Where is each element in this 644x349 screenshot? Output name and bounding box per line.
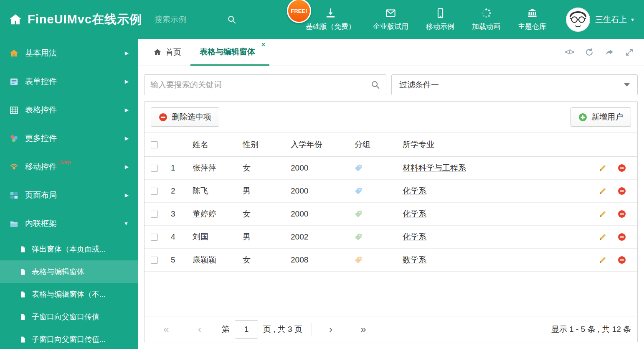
sidebar-item-more-controls[interactable]: 更多控件 ▶ xyxy=(0,124,138,153)
chevron-right-icon: ▶ xyxy=(125,107,129,113)
delete-selected-button[interactable]: 删除选中项 xyxy=(151,107,219,127)
edit-icon[interactable] xyxy=(598,256,607,264)
sidebar-item-inline-frame[interactable]: 内联框架 ▼ xyxy=(0,209,138,238)
select-all-checkbox[interactable] xyxy=(151,141,158,148)
header-search-input[interactable] xyxy=(155,15,221,24)
nav-item-label: 基础版（免费） xyxy=(306,22,355,31)
chevron-right-icon: ▶ xyxy=(125,192,129,198)
tab-grid-edit-window[interactable]: 表格与编辑窗体 × xyxy=(190,39,269,66)
sidebar-item-grid-controls[interactable]: 表格控件 ▶ xyxy=(0,96,138,124)
tag-icon xyxy=(355,256,403,264)
major-link[interactable]: 化学系 xyxy=(403,186,587,196)
filter-row: 过滤条件一 xyxy=(144,74,638,95)
chevron-down-icon: ▼ xyxy=(630,17,635,22)
corp-badge: Corp xyxy=(59,159,71,166)
keyword-search-box xyxy=(144,74,386,95)
delete-icon[interactable] xyxy=(618,256,626,264)
cell-year: 2000 xyxy=(291,163,355,173)
sidebar-subitem-child-to-parent-2[interactable]: 子窗口向父窗口传值... xyxy=(0,328,138,349)
sidebar-subitem-popup-window[interactable]: 弹出窗体（本页面或... xyxy=(0,238,138,260)
delete-selected-label: 删除选中项 xyxy=(172,112,211,122)
delete-icon[interactable] xyxy=(618,187,626,195)
delete-icon[interactable] xyxy=(618,210,626,218)
cell-year: 2002 xyxy=(291,232,355,242)
row-number: 5 xyxy=(171,255,193,265)
sidebar-subitem-grid-edit-window-alt[interactable]: 表格与编辑窗体（不... xyxy=(0,283,138,306)
row-number: 2 xyxy=(171,186,193,196)
first-page-button[interactable]: « xyxy=(157,324,176,335)
delete-icon[interactable] xyxy=(618,233,626,241)
next-page-button[interactable]: › xyxy=(321,324,340,335)
major-link[interactable]: 数学系 xyxy=(403,255,587,265)
keyword-search-input[interactable] xyxy=(150,80,371,89)
column-name: 姓名 xyxy=(193,139,243,150)
nav-item-theme-store[interactable]: 主题仓库 xyxy=(509,8,555,31)
major-link[interactable]: 化学系 xyxy=(403,209,587,219)
refresh-icon[interactable] xyxy=(585,48,594,57)
row-checkbox[interactable] xyxy=(151,257,158,264)
cell-gender: 男 xyxy=(243,232,291,242)
cell-year: 2008 xyxy=(291,255,355,265)
sidebar-item-basic-usage[interactable]: 基本用法 ▶ xyxy=(0,39,138,67)
edit-icon[interactable] xyxy=(598,210,607,218)
row-checkbox[interactable] xyxy=(151,188,158,195)
filter-dropdown[interactable]: 过滤条件一 xyxy=(391,74,638,95)
sidebar-subitem-label: 表格与编辑窗体（不... xyxy=(32,289,106,299)
edit-icon[interactable] xyxy=(598,187,607,195)
major-link[interactable]: 材料科学与工程系 xyxy=(403,163,587,173)
tab-label: 表格与编辑窗体 xyxy=(200,46,255,57)
add-user-button[interactable]: 新增用户 xyxy=(570,107,631,127)
last-page-button[interactable]: » xyxy=(354,324,373,335)
major-link[interactable]: 化学系 xyxy=(403,232,587,242)
share-icon[interactable] xyxy=(605,48,614,57)
source-code-icon[interactable]: </> xyxy=(565,48,574,56)
sidebar-subitem-grid-edit-window[interactable]: 表格与编辑窗体 xyxy=(0,260,138,283)
chevron-down-icon xyxy=(624,83,630,87)
tag-icon xyxy=(355,233,403,241)
row-checkbox[interactable] xyxy=(151,165,158,172)
user-menu[interactable]: 三生石上 ▼ xyxy=(566,8,635,32)
page-number-input[interactable] xyxy=(235,320,258,339)
grid-toolbar: 删除选中项 新增用户 xyxy=(145,102,637,132)
tag-icon xyxy=(355,187,403,195)
column-year: 入学年份 xyxy=(291,139,355,150)
username: 三生石上 xyxy=(595,14,627,25)
grid-panel: 删除选中项 新增用户 姓名 性别 入学年份 分组 xyxy=(144,101,638,342)
fullscreen-icon[interactable] xyxy=(625,48,634,57)
widgets-icon xyxy=(9,134,19,143)
sidebar-subitem-child-to-parent[interactable]: 子窗口向父窗口传值 xyxy=(0,306,138,328)
chevron-right-icon: ▶ xyxy=(125,135,129,141)
file-icon xyxy=(19,336,26,343)
avatar xyxy=(566,8,590,32)
home-logo-icon[interactable] xyxy=(8,13,23,27)
app-title: FineUIMvc在线示例 xyxy=(28,11,142,28)
edit-icon[interactable] xyxy=(598,164,607,172)
nav-item-loading-animation[interactable]: 加载动画 xyxy=(463,8,509,31)
row-checkbox[interactable] xyxy=(151,234,158,241)
header-nav: 基础版（免费） 企业版试用 移动示例 加载动画 主题仓库 xyxy=(297,8,555,31)
nav-item-mobile-demo[interactable]: 移动示例 xyxy=(417,8,463,31)
main-area: 首页 表格与编辑窗体 × </> xyxy=(138,39,644,349)
edit-icon[interactable] xyxy=(598,233,607,241)
chevron-right-icon: ▶ xyxy=(125,79,129,84)
nav-item-label: 加载动画 xyxy=(472,22,500,31)
search-icon[interactable] xyxy=(371,80,380,89)
prev-page-button[interactable]: ‹ xyxy=(190,324,209,335)
sidebar-item-label: 表单控件 xyxy=(25,76,57,87)
sidebar-item-mobile-controls[interactable]: 移动控件 Corp ▶ xyxy=(0,153,138,181)
tab-home[interactable]: 首页 xyxy=(144,39,190,66)
close-icon[interactable]: × xyxy=(261,41,265,48)
sidebar-item-label: 表格控件 xyxy=(25,104,57,115)
nav-item-enterprise-trial[interactable]: 企业版试用 xyxy=(364,8,417,31)
row-checkbox[interactable] xyxy=(151,211,158,218)
record-summary: 显示 1 - 5 条 , 共 12 条 xyxy=(551,324,631,335)
sidebar-item-form-controls[interactable]: 表单控件 ▶ xyxy=(0,67,138,96)
table-row: 1 张萍萍 女 2000 材料科学与工程系 xyxy=(145,157,637,180)
sidebar-item-page-layout[interactable]: 页面布局 ▶ xyxy=(0,181,138,209)
tab-bar: 首页 表格与编辑窗体 × </> xyxy=(138,39,644,66)
chevron-down-icon: ▼ xyxy=(124,221,129,227)
bank-icon xyxy=(527,8,538,19)
delete-icon[interactable] xyxy=(618,164,626,172)
top-header: FineUIMvc在线示例 FREE! 基础版（免费） 企业版试用 移动示例 加… xyxy=(0,0,644,39)
search-icon[interactable] xyxy=(227,15,236,24)
